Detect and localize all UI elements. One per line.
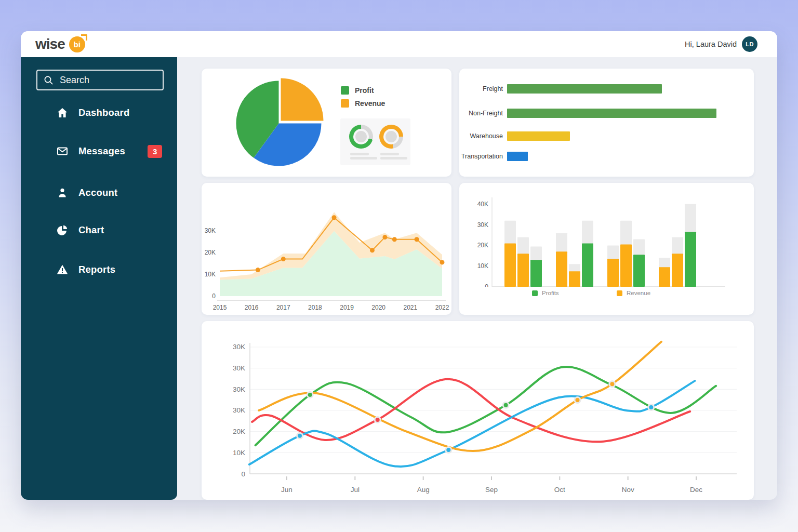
x-tick-label: 2016 (245, 304, 259, 311)
y-tick-label: 0 (485, 283, 488, 287)
line-chart-card: 010K20K30K30K30K30KJunJulAugSepOctNovDec (202, 321, 754, 500)
y-tick-label: 40K (477, 201, 488, 208)
legend-label: Revenue (355, 99, 385, 108)
bar (582, 243, 593, 287)
bar (685, 232, 696, 287)
sidebar-item-chart[interactable]: Chart (56, 220, 104, 240)
y-tick-label: 30K (477, 221, 488, 229)
sidebar-item-dashboard[interactable]: Dashboard (56, 103, 129, 123)
line-marker-blue (446, 447, 451, 453)
legend-item-profits: Profits (532, 290, 559, 296)
envelope-icon (56, 145, 69, 157)
line-marker (370, 248, 375, 252)
line-marker (281, 257, 286, 261)
logo-bi-badge: bi (69, 36, 85, 52)
y-tick-label: 30K (233, 343, 245, 351)
bar-row-non-freight: Non-Freight (459, 109, 754, 118)
y-tick-label: 20K (205, 249, 216, 256)
line-marker (382, 235, 387, 240)
x-tick-label: 2018 (308, 304, 322, 311)
line-marker-blue (297, 433, 303, 438)
messages-count-badge: 3 (148, 145, 162, 158)
skeleton-line (350, 153, 369, 155)
mini-donuts-panel (340, 118, 410, 165)
revenue-swatch (617, 290, 622, 296)
donut-hole (383, 129, 399, 144)
x-tick-label: Nov (622, 486, 634, 494)
line-series-orange (259, 342, 661, 451)
y-tick-label: 0 (212, 292, 216, 300)
bar-row-freight: Freight (459, 84, 754, 94)
pie-legend: Profit Revenue (341, 86, 385, 108)
x-tick-label: 2022 (435, 304, 449, 311)
category-bars-card: Freight Non-Freight Warehouse Transporta… (459, 69, 754, 177)
x-tick-label: 2021 (403, 304, 417, 311)
sidebar-item-label: Account (78, 187, 117, 198)
line-marker-blue (648, 404, 654, 410)
sidebar-item-label: Chart (78, 224, 104, 236)
bar (530, 260, 542, 287)
transportation-bar (507, 152, 528, 161)
x-tick-label: Sep (485, 486, 498, 494)
search-icon (44, 75, 54, 85)
logo-text: wise (35, 36, 65, 52)
user-greeting: Hi, Laura David LD (685, 36, 757, 52)
line-marker-orange (609, 381, 615, 387)
mini-donut-green (349, 125, 373, 149)
legend-item-revenue: Revenue (341, 99, 385, 108)
wise-bi-logo: wise bi (35, 36, 85, 52)
y-tick-label: 10K (477, 262, 488, 270)
line-marker (415, 237, 419, 242)
warehouse-bar (507, 131, 570, 141)
sidebar-item-messages[interactable]: Messages 3 (56, 141, 162, 161)
donut-hole (353, 129, 369, 144)
x-tick-label: Jul (351, 486, 360, 494)
legend-item-revenue: Revenue (617, 290, 650, 296)
sidebar-item-label: Reports (78, 264, 115, 275)
x-tick-label: 2020 (371, 304, 385, 311)
avatar[interactable]: LD (742, 36, 757, 52)
top-bar: wise bi Hi, Laura David LD (21, 31, 777, 57)
bar (517, 254, 529, 287)
bar (569, 271, 580, 287)
profit-revenue-pie-chart (233, 77, 325, 169)
app-window: wise bi Hi, Laura David LD Dashboard (21, 31, 777, 500)
home-icon (56, 107, 69, 119)
search-input[interactable] (59, 74, 149, 86)
bar (504, 243, 516, 287)
sidebar-item-reports[interactable]: Reports (56, 260, 115, 280)
bar (659, 267, 670, 287)
y-tick-label: 30K (205, 227, 216, 234)
skeleton-line (350, 157, 377, 159)
bar-row-transportation: Transportation (459, 152, 754, 161)
x-tick-label: Oct (554, 486, 565, 494)
line-marker (440, 260, 444, 264)
line-marker (256, 268, 260, 272)
donut-core (355, 131, 367, 142)
line-marker-orange (575, 397, 580, 403)
sidebar-item-label: Messages (78, 145, 125, 157)
bar-label: Transportation (459, 153, 503, 160)
greeting-text: Hi, Laura David (685, 40, 737, 48)
bar-label: Warehouse (459, 132, 503, 140)
y-tick-label: 20K (477, 242, 488, 249)
legend-label: Revenue (627, 290, 650, 296)
legend-item-profit: Profit (341, 86, 385, 95)
legend-label: Profits (542, 290, 559, 296)
area-chart-card: 010K20K30K201520162017201820192020202120… (202, 183, 451, 315)
y-tick-label: 10K (205, 271, 216, 278)
line-marker-red (375, 417, 380, 422)
x-tick-label: 2015 (213, 304, 227, 311)
search-box[interactable] (36, 70, 164, 90)
y-tick-label: 30K (233, 385, 245, 393)
bar-row-warehouse: Warehouse (459, 131, 754, 141)
donut-core (385, 131, 397, 142)
line-marker-green (503, 402, 509, 408)
sidebar: Dashboard Messages 3 Account (21, 57, 177, 500)
bar (556, 251, 567, 287)
sidebar-item-account[interactable]: Account (56, 183, 117, 203)
monthly-lines-chart: 010K20K30K30K30K30KJunJulAugSepOctNovDec (202, 321, 754, 500)
line-marker (392, 237, 397, 242)
sidebar-item-label: Dashboard (78, 107, 129, 118)
bar (620, 244, 632, 287)
